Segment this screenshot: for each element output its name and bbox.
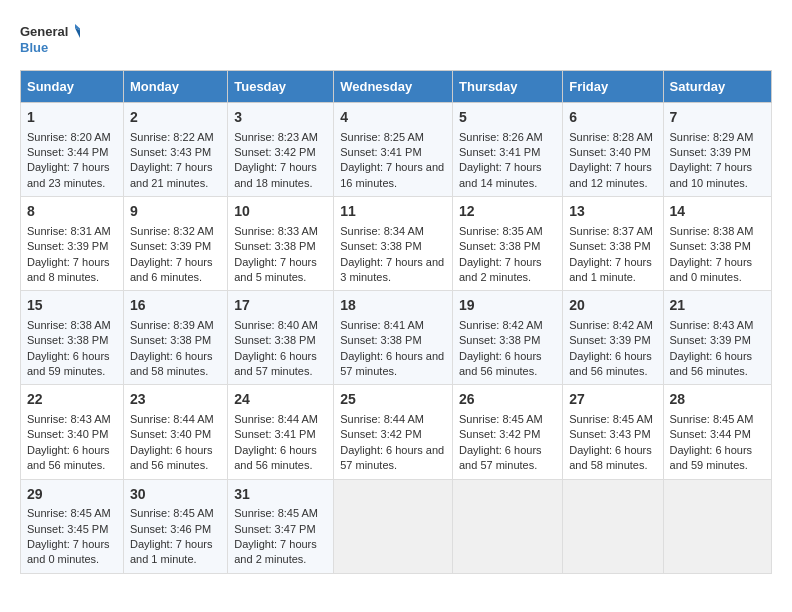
daylight-text: Daylight: 7 hours and 2 minutes.: [234, 538, 317, 565]
sunrise-text: Sunrise: 8:43 AM: [670, 319, 754, 331]
daylight-text: Daylight: 7 hours and 16 minutes.: [340, 161, 444, 188]
daylight-text: Daylight: 6 hours and 58 minutes.: [569, 444, 652, 471]
day-number: 11: [340, 202, 446, 222]
sunrise-text: Sunrise: 8:28 AM: [569, 131, 653, 143]
calendar-cell: 9Sunrise: 8:32 AMSunset: 3:39 PMDaylight…: [123, 197, 227, 291]
day-number: 9: [130, 202, 221, 222]
sunrise-text: Sunrise: 8:34 AM: [340, 225, 424, 237]
logo: General Blue: [20, 20, 80, 60]
sunset-text: Sunset: 3:38 PM: [130, 334, 211, 346]
sunset-text: Sunset: 3:40 PM: [569, 146, 650, 158]
calendar-cell: [563, 479, 663, 573]
daylight-text: Daylight: 7 hours and 10 minutes.: [670, 161, 753, 188]
daylight-text: Daylight: 7 hours and 2 minutes.: [459, 256, 542, 283]
sunrise-text: Sunrise: 8:45 AM: [130, 507, 214, 519]
day-number: 21: [670, 296, 765, 316]
daylight-text: Daylight: 7 hours and 5 minutes.: [234, 256, 317, 283]
calendar-cell: 12Sunrise: 8:35 AMSunset: 3:38 PMDayligh…: [453, 197, 563, 291]
calendar-cell: 2Sunrise: 8:22 AMSunset: 3:43 PMDaylight…: [123, 103, 227, 197]
daylight-text: Daylight: 6 hours and 59 minutes.: [670, 444, 753, 471]
sunrise-text: Sunrise: 8:22 AM: [130, 131, 214, 143]
week-row: 15Sunrise: 8:38 AMSunset: 3:38 PMDayligh…: [21, 291, 772, 385]
calendar-cell: 24Sunrise: 8:44 AMSunset: 3:41 PMDayligh…: [228, 385, 334, 479]
calendar-cell: 15Sunrise: 8:38 AMSunset: 3:38 PMDayligh…: [21, 291, 124, 385]
day-number: 8: [27, 202, 117, 222]
page-header: General Blue: [20, 20, 772, 60]
logo-svg: General Blue: [20, 20, 80, 60]
day-header: Monday: [123, 71, 227, 103]
day-number: 19: [459, 296, 556, 316]
day-number: 14: [670, 202, 765, 222]
daylight-text: Daylight: 7 hours and 14 minutes.: [459, 161, 542, 188]
calendar-cell: 3Sunrise: 8:23 AMSunset: 3:42 PMDaylight…: [228, 103, 334, 197]
sunrise-text: Sunrise: 8:29 AM: [670, 131, 754, 143]
day-header: Friday: [563, 71, 663, 103]
daylight-text: Daylight: 7 hours and 21 minutes.: [130, 161, 213, 188]
sunset-text: Sunset: 3:45 PM: [27, 523, 108, 535]
sunrise-text: Sunrise: 8:45 AM: [459, 413, 543, 425]
daylight-text: Daylight: 6 hours and 56 minutes.: [27, 444, 110, 471]
day-number: 29: [27, 485, 117, 505]
week-row: 8Sunrise: 8:31 AMSunset: 3:39 PMDaylight…: [21, 197, 772, 291]
day-header: Sunday: [21, 71, 124, 103]
daylight-text: Daylight: 7 hours and 0 minutes.: [27, 538, 110, 565]
day-header: Thursday: [453, 71, 563, 103]
sunrise-text: Sunrise: 8:31 AM: [27, 225, 111, 237]
daylight-text: Daylight: 6 hours and 56 minutes.: [234, 444, 317, 471]
sunrise-text: Sunrise: 8:44 AM: [340, 413, 424, 425]
day-number: 13: [569, 202, 656, 222]
calendar-cell: 22Sunrise: 8:43 AMSunset: 3:40 PMDayligh…: [21, 385, 124, 479]
day-number: 1: [27, 108, 117, 128]
day-number: 12: [459, 202, 556, 222]
day-number: 22: [27, 390, 117, 410]
day-number: 16: [130, 296, 221, 316]
daylight-text: Daylight: 7 hours and 23 minutes.: [27, 161, 110, 188]
daylight-text: Daylight: 6 hours and 57 minutes.: [340, 350, 444, 377]
sunrise-text: Sunrise: 8:38 AM: [670, 225, 754, 237]
daylight-text: Daylight: 7 hours and 18 minutes.: [234, 161, 317, 188]
day-header: Wednesday: [334, 71, 453, 103]
sunset-text: Sunset: 3:39 PM: [27, 240, 108, 252]
sunset-text: Sunset: 3:47 PM: [234, 523, 315, 535]
day-number: 7: [670, 108, 765, 128]
sunrise-text: Sunrise: 8:45 AM: [234, 507, 318, 519]
day-number: 30: [130, 485, 221, 505]
calendar-cell: 8Sunrise: 8:31 AMSunset: 3:39 PMDaylight…: [21, 197, 124, 291]
sunrise-text: Sunrise: 8:42 AM: [459, 319, 543, 331]
sunset-text: Sunset: 3:40 PM: [130, 428, 211, 440]
calendar-cell: 7Sunrise: 8:29 AMSunset: 3:39 PMDaylight…: [663, 103, 771, 197]
sunset-text: Sunset: 3:39 PM: [670, 334, 751, 346]
daylight-text: Daylight: 6 hours and 56 minutes.: [459, 350, 542, 377]
day-header: Saturday: [663, 71, 771, 103]
calendar-cell: 13Sunrise: 8:37 AMSunset: 3:38 PMDayligh…: [563, 197, 663, 291]
calendar-cell: [453, 479, 563, 573]
sunset-text: Sunset: 3:38 PM: [234, 334, 315, 346]
sunset-text: Sunset: 3:43 PM: [130, 146, 211, 158]
day-number: 31: [234, 485, 327, 505]
sunrise-text: Sunrise: 8:39 AM: [130, 319, 214, 331]
calendar-cell: 16Sunrise: 8:39 AMSunset: 3:38 PMDayligh…: [123, 291, 227, 385]
sunset-text: Sunset: 3:40 PM: [27, 428, 108, 440]
daylight-text: Daylight: 6 hours and 56 minutes.: [569, 350, 652, 377]
sunrise-text: Sunrise: 8:37 AM: [569, 225, 653, 237]
week-row: 29Sunrise: 8:45 AMSunset: 3:45 PMDayligh…: [21, 479, 772, 573]
sunset-text: Sunset: 3:42 PM: [234, 146, 315, 158]
sunrise-text: Sunrise: 8:40 AM: [234, 319, 318, 331]
calendar-cell: 5Sunrise: 8:26 AMSunset: 3:41 PMDaylight…: [453, 103, 563, 197]
svg-text:General: General: [20, 24, 68, 39]
sunset-text: Sunset: 3:41 PM: [234, 428, 315, 440]
calendar-cell: 17Sunrise: 8:40 AMSunset: 3:38 PMDayligh…: [228, 291, 334, 385]
sunrise-text: Sunrise: 8:23 AM: [234, 131, 318, 143]
calendar-cell: 26Sunrise: 8:45 AMSunset: 3:42 PMDayligh…: [453, 385, 563, 479]
sunrise-text: Sunrise: 8:43 AM: [27, 413, 111, 425]
day-number: 6: [569, 108, 656, 128]
sunset-text: Sunset: 3:38 PM: [459, 334, 540, 346]
calendar-cell: 23Sunrise: 8:44 AMSunset: 3:40 PMDayligh…: [123, 385, 227, 479]
daylight-text: Daylight: 6 hours and 56 minutes.: [130, 444, 213, 471]
sunrise-text: Sunrise: 8:41 AM: [340, 319, 424, 331]
sunrise-text: Sunrise: 8:33 AM: [234, 225, 318, 237]
calendar-table: SundayMondayTuesdayWednesdayThursdayFrid…: [20, 70, 772, 574]
calendar-cell: 4Sunrise: 8:25 AMSunset: 3:41 PMDaylight…: [334, 103, 453, 197]
calendar-cell: 6Sunrise: 8:28 AMSunset: 3:40 PMDaylight…: [563, 103, 663, 197]
daylight-text: Daylight: 7 hours and 1 minute.: [130, 538, 213, 565]
